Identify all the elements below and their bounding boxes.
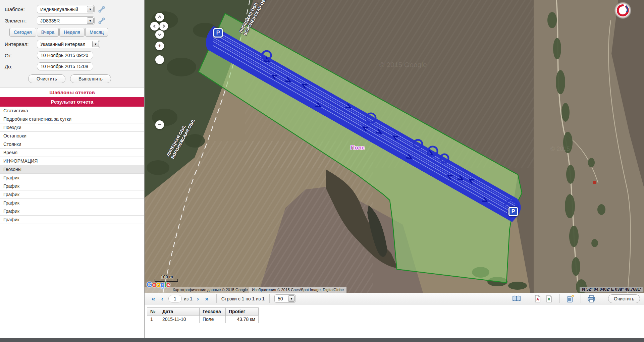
sidebar-item-chart-3[interactable]: График xyxy=(0,190,144,199)
pan-down-button[interactable] xyxy=(155,30,164,39)
rows-info-label: Строки с 1 по 1 из 1 xyxy=(221,296,265,301)
wrench-icon[interactable] xyxy=(98,6,105,13)
sidebar-item-trips[interactable]: Поездки xyxy=(0,123,144,132)
page-size-value: 50 xyxy=(278,296,287,301)
report-result-header[interactable]: Результат отчета xyxy=(0,97,144,107)
template-value: Индивидуальный xyxy=(40,7,86,12)
sidebar-item-chart-2[interactable]: График xyxy=(0,182,144,190)
sidebar-item-daily-statistics[interactable]: Подробная статистика за сутки xyxy=(0,115,144,123)
col-header-date: Дата xyxy=(159,308,200,316)
brand-logo xyxy=(614,2,631,19)
parking-marker-start[interactable]: P xyxy=(213,28,223,38)
template-select[interactable]: Индивидуальный ▼ xyxy=(37,5,95,13)
report-view-button[interactable] xyxy=(511,294,522,303)
cell-geozone: Поле xyxy=(200,316,226,323)
brand-logo-icon xyxy=(615,3,631,18)
divider xyxy=(527,294,527,303)
interval-value: Указанный интервал xyxy=(40,42,91,47)
sidebar-item-geozones[interactable]: Геозоны xyxy=(0,165,144,174)
chevron-down-icon[interactable]: ▼ xyxy=(87,17,94,24)
zoom-slider-handle[interactable] xyxy=(155,55,164,64)
last-page-button[interactable]: » xyxy=(202,295,212,302)
template-label: Шаблон: xyxy=(5,6,37,12)
chevron-down-icon[interactable]: ▼ xyxy=(288,295,295,302)
zoom-in-button[interactable]: + xyxy=(155,42,164,50)
page-number-input[interactable] xyxy=(168,295,182,302)
divider xyxy=(216,294,217,303)
to-datetime-field[interactable] xyxy=(37,62,93,70)
map-canvas[interactable]: © 2015 Google © 2015 xyxy=(145,0,644,293)
element-select[interactable]: JD8335R ▼ xyxy=(37,16,95,25)
zoom-out-button[interactable]: − xyxy=(155,120,164,129)
period-month-button[interactable]: Месяц xyxy=(85,28,108,37)
run-report-button[interactable]: Выполнить xyxy=(70,74,111,83)
pan-right-button[interactable] xyxy=(159,22,168,31)
chevron-down-icon[interactable]: ▼ xyxy=(87,6,94,12)
printer-icon xyxy=(587,295,595,302)
table-header-row: № Дата Геозона Пробег xyxy=(147,308,259,316)
sidebar-item-information[interactable]: ИНФОРМАЦИЯ xyxy=(0,157,144,165)
sidebar-item-statistics[interactable]: Статистика xyxy=(0,107,144,115)
element-label: Элемент: xyxy=(5,18,37,23)
period-today-button[interactable]: Сегодня xyxy=(9,28,36,37)
document-export-icon xyxy=(566,295,574,303)
sidebar-item-chart-6[interactable]: График xyxy=(0,216,144,224)
wrench-icon[interactable] xyxy=(98,17,105,24)
from-datetime-field[interactable] xyxy=(37,51,93,59)
svg-text:A: A xyxy=(536,297,539,301)
divider xyxy=(581,294,581,303)
attribution-imagery: Изображения © 2015 Cnes/Spot Image, Digi… xyxy=(249,287,346,293)
pdf-icon: A xyxy=(535,295,541,302)
chevron-down-icon[interactable]: ▼ xyxy=(92,41,99,47)
sidebar-item-time[interactable]: Время xyxy=(0,149,144,157)
clear-form-button[interactable]: Очистить xyxy=(28,74,65,83)
export-excel-button[interactable]: X xyxy=(543,294,555,303)
divider xyxy=(559,294,560,303)
period-buttons: Сегодня Вчера Неделя Месяц xyxy=(9,28,141,37)
cursor-coordinates: N 52° 04.0402' E 038° 48.7681' xyxy=(580,287,643,292)
excel-icon: X xyxy=(546,295,552,302)
first-page-button[interactable]: « xyxy=(149,295,158,302)
prev-page-button[interactable]: ‹ xyxy=(158,295,166,302)
period-week-button[interactable]: Неделя xyxy=(59,28,85,37)
pan-up-button[interactable] xyxy=(155,13,164,21)
next-page-button[interactable]: › xyxy=(194,295,202,302)
report-form: Шаблон: Индивидуальный ▼ Элемент: JD8335… xyxy=(0,0,144,88)
interval-select[interactable]: Указанный интервал ▼ xyxy=(37,40,100,48)
templates-header[interactable]: Шаблоны отчетов xyxy=(0,88,144,97)
divider xyxy=(602,294,602,303)
sidebar-item-chart-4[interactable]: График xyxy=(0,199,144,207)
from-label: От: xyxy=(5,53,37,58)
sidebar-item-chart-5[interactable]: График xyxy=(0,207,144,216)
sidebar-item-chart-1[interactable]: График xyxy=(0,174,144,182)
svg-text:© 2015: © 2015 xyxy=(550,146,570,152)
element-value: JD8335R xyxy=(40,18,86,23)
col-header-geozone: Геозона xyxy=(200,308,226,316)
attribution-cartography: Картографические данные © 2015 Google xyxy=(145,287,249,293)
parking-marker-end[interactable]: P xyxy=(508,207,518,216)
cell-number: 1 xyxy=(147,316,159,323)
page-size-select[interactable]: 50 ▼ xyxy=(274,294,296,303)
page-count-label: из 1 xyxy=(184,296,193,301)
cell-mileage: 43.78 км xyxy=(226,316,259,323)
period-yesterday-button[interactable]: Вчера xyxy=(37,28,59,37)
gps-report-app: Шаблон: Индивидуальный ▼ Элемент: JD8335… xyxy=(0,0,644,342)
sidebar-item-stops[interactable]: Остановки xyxy=(0,132,144,140)
pan-left-button[interactable] xyxy=(150,22,159,31)
pagination-bar: « ‹ из 1 › » Строки с 1 по 1 из 1 50 ▼ xyxy=(145,293,644,304)
export-pdf-button[interactable]: A xyxy=(532,294,543,303)
print-button[interactable] xyxy=(586,294,597,303)
col-header-mileage: Пробег xyxy=(226,308,259,316)
cell-date: 2015-11-10 xyxy=(159,316,200,323)
clear-results-button[interactable]: Очистить xyxy=(608,294,640,303)
sidebar-item-parkings[interactable]: Стоянки xyxy=(0,140,144,149)
interval-label: Интервал: xyxy=(5,41,37,47)
export-report-button[interactable] xyxy=(565,294,576,303)
col-header-number: № xyxy=(147,308,159,316)
table-row[interactable]: 1 2015-11-10 Поле 43.78 км xyxy=(147,316,259,323)
geozone-label: Поле xyxy=(351,145,365,151)
geozone-report-table: № Дата Геозона Пробег 1 2015-11-10 Поле … xyxy=(147,307,259,323)
satellite-map: © 2015 Google © 2015 xyxy=(145,0,644,293)
report-sidebar: Шаблон: Индивидуальный ▼ Элемент: JD8335… xyxy=(0,0,145,338)
svg-text:X: X xyxy=(548,297,550,301)
